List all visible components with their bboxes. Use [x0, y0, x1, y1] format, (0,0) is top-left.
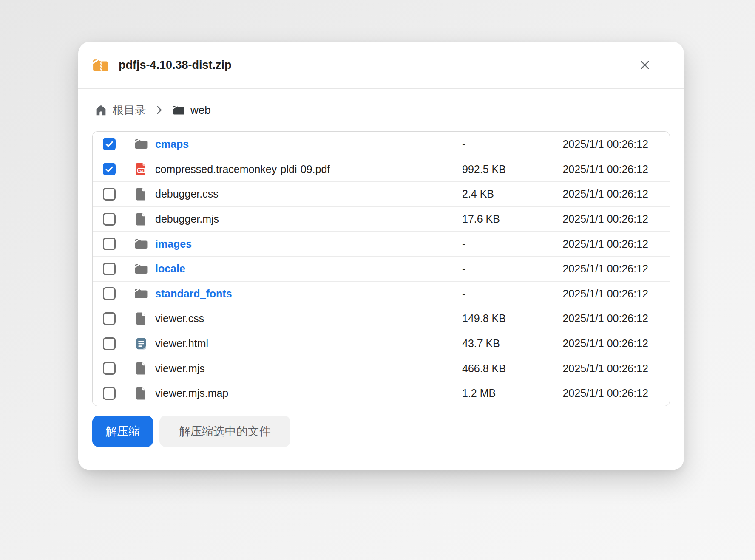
- close-button[interactable]: [636, 56, 654, 74]
- folder-icon: [134, 286, 148, 301]
- row-checkbox[interactable]: [103, 337, 116, 350]
- row-checkbox[interactable]: [103, 287, 116, 300]
- pdf-file-icon: PDF: [134, 162, 148, 176]
- dialog-title: pdfjs-4.10.38-dist.zip: [119, 59, 626, 72]
- file-row: debugger.mjs 17.6 KB 2025/1/1 00:26:12: [93, 206, 670, 232]
- folder-icon: [134, 262, 148, 276]
- file-date: 2025/1/1 00:26:12: [547, 337, 648, 350]
- row-checkbox[interactable]: [103, 138, 116, 150]
- file-size: 17.6 KB: [462, 213, 547, 225]
- row-checkbox[interactable]: [103, 387, 116, 400]
- folder-icon: [134, 237, 148, 251]
- file-date: 2025/1/1 00:26:12: [547, 188, 648, 200]
- file-row: viewer.mjs 466.8 KB 2025/1/1 00:26:12: [93, 356, 670, 381]
- extract-selected-button[interactable]: 解压缩选中的文件: [159, 416, 290, 447]
- file-size: 1.2 MB: [462, 387, 547, 399]
- breadcrumb-root-label: 根目录: [113, 103, 146, 118]
- folder-name-link[interactable]: locale: [155, 263, 462, 275]
- chevron-right-icon: [153, 105, 165, 116]
- file-row: PDF compressed.tracemonkey-pldi-09.pdf 9…: [93, 157, 670, 182]
- file-icon: [134, 311, 148, 326]
- file-date: 2025/1/1 00:26:12: [547, 362, 648, 375]
- file-date: 2025/1/1 00:26:12: [547, 138, 648, 150]
- action-bar: 解压缩 解压缩选中的文件: [92, 416, 684, 447]
- file-size: 992.5 KB: [462, 163, 547, 175]
- html-file-icon: [134, 337, 148, 351]
- file-date: 2025/1/1 00:26:12: [547, 163, 648, 175]
- close-icon: [639, 59, 651, 71]
- folder-name-link[interactable]: images: [155, 238, 462, 250]
- zip-folder-icon: [92, 57, 109, 74]
- row-checkbox[interactable]: [103, 238, 116, 250]
- file-name: viewer.mjs: [155, 362, 462, 375]
- folder-icon: [172, 104, 185, 117]
- file-icon: [134, 361, 148, 376]
- file-size: 466.8 KB: [462, 362, 547, 375]
- file-name: debugger.css: [155, 188, 462, 200]
- row-checkbox[interactable]: [103, 312, 116, 325]
- file-icon: [134, 212, 148, 226]
- file-size: 149.8 KB: [462, 312, 547, 325]
- file-row: standard_fonts - 2025/1/1 00:26:12: [93, 281, 670, 306]
- file-date: 2025/1/1 00:26:12: [547, 213, 648, 225]
- file-name: viewer.mjs.map: [155, 387, 462, 399]
- folder-name-link[interactable]: cmaps: [155, 138, 462, 150]
- dialog-titlebar: pdfjs-4.10.38-dist.zip: [78, 42, 684, 89]
- file-date: 2025/1/1 00:26:12: [547, 263, 648, 275]
- file-date: 2025/1/1 00:26:12: [547, 288, 648, 300]
- row-checkbox[interactable]: [103, 263, 116, 275]
- row-checkbox[interactable]: [103, 213, 116, 226]
- row-checkbox[interactable]: [103, 163, 116, 175]
- file-row: images - 2025/1/1 00:26:12: [93, 231, 670, 256]
- file-date: 2025/1/1 00:26:12: [547, 387, 648, 399]
- file-size: -: [462, 288, 547, 300]
- extract-all-button[interactable]: 解压缩: [92, 416, 153, 447]
- file-icon: [134, 386, 148, 401]
- file-size: -: [462, 138, 547, 150]
- zip-viewer-dialog: pdfjs-4.10.38-dist.zip 根目录: [78, 42, 684, 470]
- file-name: viewer.css: [155, 312, 462, 325]
- file-name: compressed.tracemonkey-pldi-09.pdf: [155, 163, 462, 175]
- file-row: locale - 2025/1/1 00:26:12: [93, 256, 670, 281]
- svg-text:PDF: PDF: [139, 169, 144, 172]
- file-date: 2025/1/1 00:26:12: [547, 238, 648, 250]
- file-date: 2025/1/1 00:26:12: [547, 312, 648, 325]
- row-checkbox[interactable]: [103, 188, 116, 201]
- file-table: cmaps - 2025/1/1 00:26:12 PDF compressed…: [92, 131, 670, 406]
- breadcrumb-root[interactable]: 根目录: [94, 103, 146, 118]
- folder-name-link[interactable]: standard_fonts: [155, 288, 462, 300]
- breadcrumb-current-folder[interactable]: web: [172, 104, 211, 117]
- home-icon: [94, 104, 108, 117]
- file-size: -: [462, 238, 547, 250]
- file-size: -: [462, 263, 547, 275]
- file-row: viewer.css 149.8 KB 2025/1/1 00:26:12: [93, 306, 670, 331]
- row-checkbox[interactable]: [103, 362, 116, 375]
- file-name: viewer.html: [155, 337, 462, 350]
- file-row: viewer.html 43.7 KB 2025/1/1 00:26:12: [93, 331, 670, 356]
- file-row: cmaps - 2025/1/1 00:26:12: [93, 132, 670, 157]
- file-size: 2.4 KB: [462, 188, 547, 200]
- file-name: debugger.mjs: [155, 213, 462, 225]
- file-row: debugger.css 2.4 KB 2025/1/1 00:26:12: [93, 181, 670, 206]
- file-size: 43.7 KB: [462, 337, 547, 350]
- file-row: viewer.mjs.map 1.2 MB 2025/1/1 00:26:12: [93, 381, 670, 406]
- folder-icon: [134, 137, 148, 151]
- file-icon: [134, 187, 148, 201]
- breadcrumb: 根目录 web: [78, 89, 684, 131]
- breadcrumb-current-label: web: [190, 104, 211, 117]
